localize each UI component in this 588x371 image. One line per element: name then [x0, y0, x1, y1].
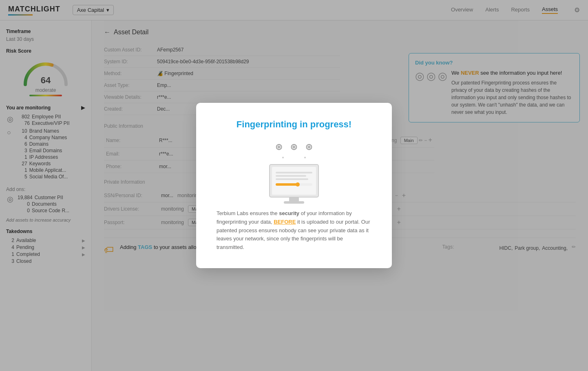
- modal-fingerprint-row: ⊛ ⊛ ⊛: [276, 140, 313, 153]
- modal-fp-icon-3: ⊛: [305, 140, 312, 153]
- modal-animation: ⊛ ⊛ ⊛: [217, 140, 371, 209]
- fingerprinting-modal: Fingerprinting in progress! ⊛ ⊛ ⊛: [196, 103, 392, 268]
- svg-rect-7: [276, 183, 298, 186]
- svg-rect-2: [272, 167, 316, 195]
- modal-text-before-security: Terbium Labs ensures the: [217, 210, 279, 216]
- modal-dot-2: [304, 157, 306, 158]
- modal-body: Terbium Labs ensures the security of you…: [217, 209, 371, 252]
- modal-dot-1: [282, 157, 284, 158]
- modal-title: Fingerprinting in progress!: [217, 119, 371, 130]
- svg-rect-5: [276, 178, 308, 180]
- modal-before-word: BEFORE: [274, 219, 296, 225]
- modal-fp-icon-2: ⊛: [291, 140, 298, 153]
- modal-computer-svg: [261, 160, 327, 209]
- svg-point-8: [296, 182, 300, 187]
- svg-rect-3: [276, 172, 312, 173]
- modal-fp-icon-1: ⊛: [276, 140, 283, 153]
- modal-security-word: security: [279, 210, 299, 216]
- modal-overlay: Fingerprinting in progress! ⊛ ⊛ ⊛: [0, 0, 588, 371]
- svg-rect-4: [276, 175, 306, 177]
- svg-rect-10: [284, 201, 304, 204]
- modal-dot-row: [282, 157, 306, 158]
